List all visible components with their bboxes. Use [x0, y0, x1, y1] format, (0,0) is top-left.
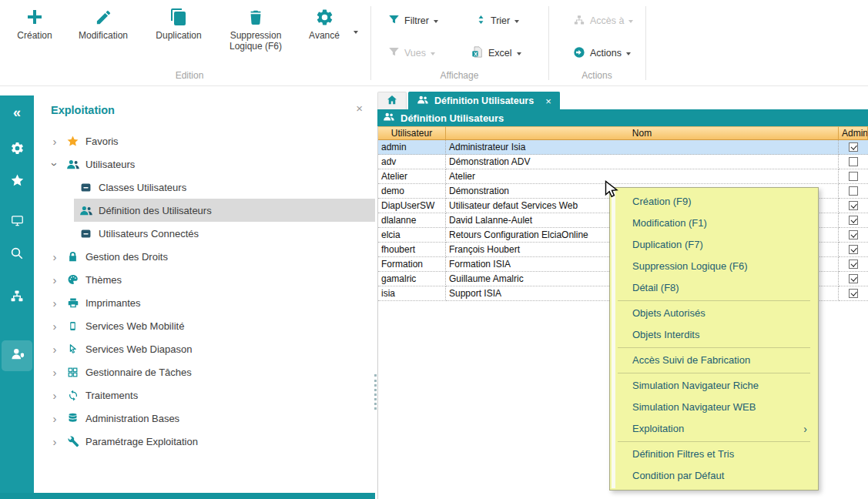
- admin-checkbox[interactable]: [849, 172, 858, 181]
- chevron-right-icon[interactable]: ›: [49, 412, 60, 425]
- button-label: Duplication: [156, 31, 201, 42]
- context-menu-item-objets-autorises[interactable]: Objets Autorisés: [612, 303, 816, 324]
- table-row[interactable]: adv Démonstration ADV: [378, 155, 868, 169]
- context-menu-item-duplication[interactable]: Duplication (F7): [612, 234, 816, 256]
- admin-checkbox[interactable]: [849, 230, 858, 239]
- sidebar-item-gestion-des-droits[interactable]: › Gestion des Droits: [34, 245, 375, 268]
- button-label: Modification: [79, 31, 128, 42]
- ribbon-group-label-affichage: Affichage: [370, 70, 548, 81]
- admin-checkbox[interactable]: [849, 157, 858, 166]
- column-header-nom[interactable]: Nom: [446, 126, 839, 140]
- panel-title: Définition Utilisateurs: [400, 112, 504, 124]
- table-row[interactable]: Atelier Atelier: [378, 169, 868, 184]
- admin-checkbox[interactable]: [849, 186, 858, 196]
- excel-button[interactable]: Excel: [471, 45, 521, 62]
- filtrer-button[interactable]: Filtrer: [388, 12, 438, 29]
- context-menu-item-creation[interactable]: Création (F9): [612, 191, 816, 213]
- context-menu-item-modification[interactable]: Modification (F1): [612, 213, 816, 234]
- admin-checkbox[interactable]: [849, 245, 858, 254]
- gear-icon: [10, 141, 25, 159]
- context-menu-item-simulation-navigateur-riche[interactable]: Simulation Navigateur Riche: [612, 375, 816, 397]
- sidebar-hierarchy-button[interactable]: [2, 282, 32, 313]
- acces-a-button: Accès à: [573, 12, 633, 29]
- cell-utilisateur: admin: [378, 140, 446, 155]
- chevron-down-icon[interactable]: ›: [49, 159, 62, 169]
- actions-button[interactable]: Actions: [573, 45, 631, 62]
- chevron-right-icon[interactable]: ›: [49, 343, 60, 356]
- chevron-right-icon[interactable]: ›: [49, 273, 60, 286]
- duplication-button[interactable]: Duplication: [146, 6, 211, 42]
- chevron-right-icon[interactable]: ›: [49, 135, 60, 148]
- nav-close-button[interactable]: ×: [356, 102, 363, 115]
- chevron-down-icon: [517, 52, 521, 55]
- admin-checkbox[interactable]: [849, 201, 858, 210]
- context-menu-item-condition-par-defaut[interactable]: Condition par Défaut: [612, 465, 816, 487]
- menu-separator: [618, 300, 810, 301]
- admin-checkbox[interactable]: [849, 260, 858, 269]
- sidebar-item-definition-des-utilisateurs[interactable]: Définition des Utilisateurs: [34, 199, 375, 222]
- chevron-right-icon[interactable]: ›: [49, 296, 60, 310]
- sidebar-item-classes-utilisateurs[interactable]: Classes Utilisateurs: [34, 176, 375, 199]
- sidebar-item-utilisateurs[interactable]: › Utilisateurs: [34, 152, 375, 176]
- sidebar-item-traitements[interactable]: › Traitements: [34, 383, 375, 407]
- button-label: Actions: [590, 48, 622, 59]
- trier-button[interactable]: Trier: [476, 12, 519, 29]
- button-label: Trier: [491, 15, 510, 26]
- sidebar-item-label: Services Web Mobilité: [85, 320, 184, 332]
- context-menu-item-exploitation[interactable]: Exploitation ›: [612, 418, 816, 440]
- context-menu-item-simulation-navigateur-web[interactable]: Simulation Navigateur WEB: [612, 397, 816, 418]
- sidebar-item-utilisateurs-connectes[interactable]: Utilisateurs Connectés: [34, 222, 375, 245]
- hierarchy-icon: [573, 15, 585, 28]
- chevron-right-icon[interactable]: ›: [49, 250, 60, 263]
- cell-administrateur: [839, 257, 868, 272]
- context-menu-item-acces-suivi-fabrication[interactable]: Accès Suivi de Fabrication: [612, 350, 816, 371]
- ribbon-group-label-actions: Actions: [548, 70, 645, 81]
- sidebar-favorites-button[interactable]: [2, 166, 32, 197]
- cell-administrateur: [839, 184, 868, 199]
- sidebar-item-services-web-mobilite[interactable]: › Services Web Mobilité: [34, 314, 375, 337]
- sidebar-item-administration-bases[interactable]: › Administration Bases: [34, 407, 375, 430]
- admin-checkbox[interactable]: [849, 274, 858, 283]
- admin-checkbox[interactable]: [849, 289, 858, 298]
- ribbon: Création Modification Duplication Suppre…: [0, 0, 868, 86]
- sidebar-item-services-web-diapason[interactable]: › Services Web Diapason: [34, 337, 375, 360]
- table-row[interactable]: admin Administrateur Isia: [378, 140, 868, 155]
- admin-checkbox[interactable]: [849, 216, 858, 225]
- sidebar-monitor-button[interactable]: [2, 206, 32, 237]
- collapse-sidebar-button[interactable]: «: [2, 97, 32, 128]
- grid-icon: [65, 365, 80, 380]
- close-icon[interactable]: ×: [545, 95, 551, 107]
- sidebar-settings-button[interactable]: [2, 134, 32, 165]
- suppression-logique-button[interactable]: Suppression Logique (F6): [222, 6, 290, 52]
- gear-icon: [315, 6, 334, 28]
- column-header-utilisateur[interactable]: Utilisateur: [378, 126, 446, 140]
- context-menu-item-objets-interdits[interactable]: Objets Interdits: [612, 324, 816, 346]
- context-menu-item-detail[interactable]: Détail (F8): [612, 277, 816, 299]
- button-label: Suppression Logique (F6): [222, 31, 290, 52]
- chevron-right-icon[interactable]: ›: [49, 366, 60, 379]
- sidebar-users-button[interactable]: [2, 340, 32, 371]
- context-menu-item-definition-filtres-tris[interactable]: Définition Filtres et Tris: [612, 444, 816, 465]
- button-label: Excel: [488, 48, 512, 59]
- cell-utilisateur: fhoubert: [378, 243, 446, 257]
- creation-button[interactable]: Création: [12, 6, 57, 42]
- sidebar-item-themes[interactable]: › Thèmes: [34, 268, 375, 291]
- modification-button[interactable]: Modification: [71, 6, 136, 42]
- cell-utilisateur: demo: [378, 184, 446, 199]
- chevron-right-icon[interactable]: ›: [49, 435, 60, 448]
- sidebar-item-favoris[interactable]: › Favoris: [34, 129, 375, 152]
- sidebar-search-button[interactable]: [2, 239, 32, 270]
- sidebar-item-label: Traitements: [85, 390, 138, 401]
- admin-checkbox[interactable]: [849, 142, 858, 152]
- sidebar-item-imprimantes[interactable]: › Imprimantes: [34, 291, 375, 314]
- chevron-right-icon[interactable]: ›: [49, 389, 60, 402]
- sidebar-item-gestionnaire-de-taches[interactable]: › Gestionnaire de Tâches: [34, 360, 375, 383]
- column-header-administrateur[interactable]: Administrateur: [839, 126, 868, 140]
- chevron-right-icon[interactable]: ›: [49, 320, 60, 333]
- chevron-down-icon[interactable]: [354, 31, 358, 34]
- context-menu-item-suppression-logique[interactable]: Suppression Logique (F6): [612, 256, 816, 277]
- tab-definition-utilisateurs[interactable]: Définition Utilisateurs ×: [408, 92, 560, 109]
- avance-button[interactable]: Avancé: [302, 6, 347, 42]
- sidebar-item-parametrage-exploitation[interactable]: › Paramétrage Exploitation: [34, 430, 375, 453]
- tab-home[interactable]: [377, 92, 407, 109]
